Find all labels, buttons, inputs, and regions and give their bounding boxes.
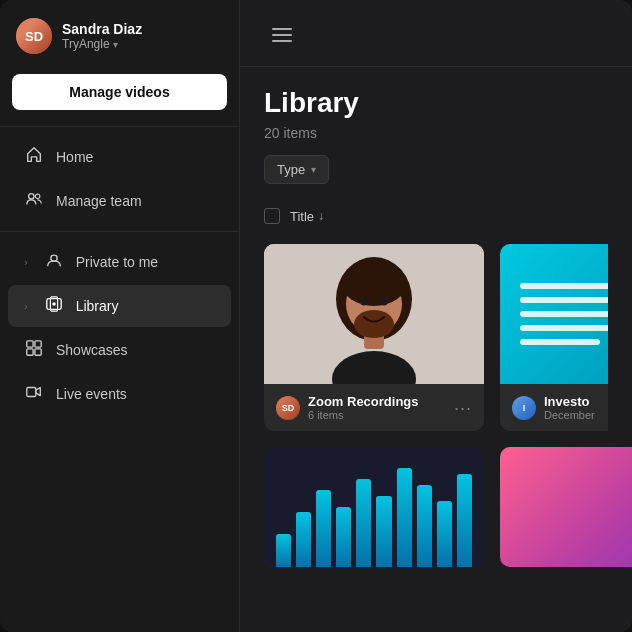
svg-rect-6 xyxy=(27,341,33,347)
sidebar-item-home[interactable]: Home xyxy=(8,136,231,178)
card-chart[interactable] xyxy=(264,447,484,567)
doc-line-1 xyxy=(520,283,608,289)
card-avatar-zoom: SD xyxy=(276,396,300,420)
workspace-label[interactable]: TryAngle ▾ xyxy=(62,37,142,51)
card-info-zoom: Zoom Recordings 6 items xyxy=(308,394,446,421)
svg-point-0 xyxy=(29,194,34,199)
library-content: Library 20 items Type ▾ Title ↓ xyxy=(240,67,632,632)
page-title: Library xyxy=(264,87,608,119)
chart-bar-9 xyxy=(437,501,452,567)
user-info: Sandra Diaz TryAngle ▾ xyxy=(62,21,142,51)
card-investor[interactable]: I Investo December xyxy=(500,244,608,431)
svg-rect-7 xyxy=(35,341,41,347)
manage-videos-button[interactable]: Manage videos xyxy=(12,74,227,110)
card-footer-investor: I Investo December xyxy=(500,384,608,431)
chart-bar-2 xyxy=(296,512,311,567)
type-filter-label: Type xyxy=(277,162,305,177)
filter-bar: Type ▾ xyxy=(264,155,608,184)
manage-team-icon xyxy=(24,190,44,212)
user-name: Sandra Diaz xyxy=(62,21,142,37)
avatar: SD xyxy=(16,18,52,54)
sort-arrow-icon: ↓ xyxy=(318,209,324,223)
doc-line-2 xyxy=(520,297,608,303)
select-all-checkbox[interactable] xyxy=(264,208,280,224)
title-column-header: Title ↓ xyxy=(290,209,324,224)
sidebar-item-live-events[interactable]: Live events xyxy=(8,373,231,415)
doc-line-4 xyxy=(520,325,608,331)
nav-divider xyxy=(0,231,239,232)
sidebar-item-manage-team[interactable]: Manage team xyxy=(8,180,231,222)
library-icon xyxy=(44,295,64,317)
chart-bar-6 xyxy=(376,496,391,568)
person-illustration xyxy=(264,244,484,384)
card-sub-zoom: 6 items xyxy=(308,409,446,421)
private-icon xyxy=(44,251,64,273)
expand-arrow-private: › xyxy=(24,256,28,268)
home-label: Home xyxy=(56,149,215,165)
card-gradient[interactable] xyxy=(500,447,632,567)
live-events-label: Live events xyxy=(56,386,215,402)
card-zoom-recordings[interactable]: SD Zoom Recordings 6 items ··· xyxy=(264,244,484,431)
svg-point-1 xyxy=(35,194,40,199)
svg-point-5 xyxy=(52,302,56,306)
chart-bar-1 xyxy=(276,534,291,567)
live-events-icon xyxy=(24,383,44,405)
hamburger-button[interactable] xyxy=(264,20,300,50)
card-thumbnail-chart xyxy=(264,447,484,567)
card-info-investor: Investo December xyxy=(544,394,608,421)
svg-rect-10 xyxy=(27,388,36,397)
svg-point-17 xyxy=(354,310,394,338)
divider-top xyxy=(0,126,239,127)
table-header: Title ↓ xyxy=(264,200,608,232)
showcases-icon xyxy=(24,339,44,361)
sidebar: SD Sandra Diaz TryAngle ▾ Manage videos … xyxy=(0,0,240,632)
card-footer-zoom: SD Zoom Recordings 6 items ··· xyxy=(264,384,484,431)
svg-point-19 xyxy=(381,299,388,306)
workspace-chevron-icon: ▾ xyxy=(113,39,118,50)
chart-bar-4 xyxy=(336,507,351,568)
chart-bar-8 xyxy=(417,485,432,568)
hamburger-line-3 xyxy=(272,40,292,42)
svg-rect-8 xyxy=(27,349,33,355)
card-name-zoom: Zoom Recordings xyxy=(308,394,446,409)
doc-line-3 xyxy=(520,311,608,317)
card-sub-investor: December xyxy=(544,409,608,421)
library-label: Library xyxy=(76,298,215,314)
expand-arrow-library: › xyxy=(24,300,28,312)
card-more-menu-zoom[interactable]: ··· xyxy=(454,399,472,417)
type-filter-dropdown[interactable]: Type ▾ xyxy=(264,155,329,184)
chart-bar-5 xyxy=(356,479,371,567)
item-count: 20 items xyxy=(264,125,608,141)
cards-grid-row1: SD Zoom Recordings 6 items ··· xyxy=(264,244,608,431)
card-thumbnail-cyan xyxy=(500,244,608,384)
card-thumbnail-gradient xyxy=(500,447,632,567)
home-icon xyxy=(24,146,44,168)
main-content: Library 20 items Type ▾ Title ↓ xyxy=(240,0,632,632)
doc-lines xyxy=(520,283,608,345)
manage-team-label: Manage team xyxy=(56,193,215,209)
card-name-investor: Investo xyxy=(544,394,608,409)
type-filter-chevron-icon: ▾ xyxy=(311,164,316,175)
card-avatar-investor: I xyxy=(512,396,536,420)
private-label: Private to me xyxy=(76,254,215,270)
card-thumbnail-person xyxy=(264,244,484,384)
sidebar-item-private-to-me[interactable]: › Private to me xyxy=(8,241,231,283)
showcases-label: Showcases xyxy=(56,342,215,358)
avatar-image: SD xyxy=(16,18,52,54)
chart-bar-10 xyxy=(457,474,472,568)
main-header xyxy=(240,0,632,67)
chart-bar-7 xyxy=(397,468,412,567)
cards-grid-row2 xyxy=(264,447,608,567)
hamburger-line-1 xyxy=(272,28,292,30)
sidebar-item-library[interactable]: › Library xyxy=(8,285,231,327)
user-profile-header[interactable]: SD Sandra Diaz TryAngle ▾ xyxy=(0,0,239,70)
hamburger-line-2 xyxy=(272,34,292,36)
doc-line-5 xyxy=(520,339,600,345)
svg-rect-9 xyxy=(35,349,41,355)
chart-bar-3 xyxy=(316,490,331,567)
sidebar-item-showcases[interactable]: Showcases xyxy=(8,329,231,371)
svg-point-18 xyxy=(361,299,368,306)
svg-point-16 xyxy=(342,262,406,306)
